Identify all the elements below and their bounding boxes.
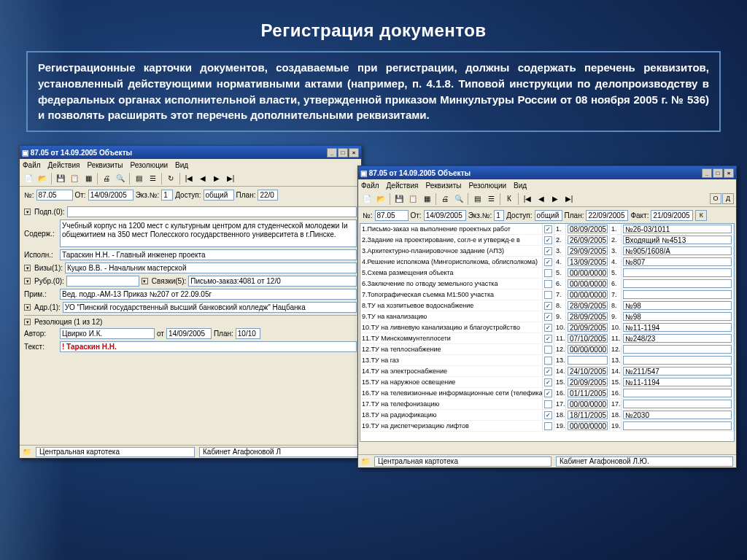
expand-icon[interactable]: ▾ [24, 209, 31, 215]
num-field[interactable]: 87.05 [36, 190, 73, 201]
item-check[interactable] [543, 355, 554, 365]
copy-icon[interactable]: 📋 [68, 172, 81, 185]
item-check[interactable]: ✓ [543, 235, 554, 245]
next-icon[interactable]: ▶ [549, 192, 562, 206]
copy-field[interactable]: 1 [494, 210, 504, 221]
last-icon[interactable]: ▶| [562, 192, 576, 206]
item-ref[interactable]: №211/547 [622, 366, 734, 376]
tree-icon[interactable]: ☰ [146, 172, 159, 185]
item-date[interactable]: 18/11/2005 [566, 410, 610, 420]
expand-icon[interactable]: ▾ [142, 278, 148, 284]
author-field[interactable]: Цвирко И.К. [60, 328, 155, 339]
minimize-button[interactable]: _ [327, 148, 337, 158]
item-check[interactable]: ✓ [543, 333, 554, 343]
refresh-icon[interactable]: К [503, 192, 516, 206]
list-item[interactable]: 11.ТУ Минскоммунтеплосети✓11.07/10/20051… [360, 333, 734, 344]
item-date[interactable]: 07/10/2005 [566, 333, 610, 343]
list-item[interactable]: 1.Письмо-заказ на выполнение проектных р… [360, 224, 734, 235]
item-ref[interactable] [622, 421, 734, 431]
sign-field[interactable] [67, 206, 357, 217]
list-item[interactable]: 18.ТУ на радиофикацию✓18.18/11/200518.№2… [360, 410, 734, 421]
item-date[interactable]: 00/00/0000 [566, 289, 610, 300]
list-item[interactable]: 8.ТУ на хозпитьевое водоснабжение✓8.28/0… [360, 300, 734, 311]
access-field[interactable]: общий [204, 190, 234, 201]
exec-field[interactable]: Тараскин Н.Н. - Главный инженер проекта [60, 249, 357, 260]
item-ref[interactable]: №807 [622, 257, 734, 267]
item-check[interactable]: ✓ [543, 377, 554, 387]
item-date[interactable] [566, 355, 610, 365]
menu-resolutions[interactable]: Резолюции [130, 161, 168, 169]
copy-icon[interactable]: 📋 [406, 192, 419, 206]
list-item[interactable]: 10.ТУ на ливневую канализацию и благоуст… [360, 322, 734, 333]
item-date[interactable]: 01/11/2005 [566, 388, 610, 398]
item-ref[interactable] [622, 399, 734, 409]
list-item[interactable]: 4.Решение исполкома (Мингорисполкома, об… [360, 257, 734, 268]
d-button[interactable]: Д [722, 193, 734, 204]
menu-actions[interactable]: Действия [387, 182, 419, 190]
item-date[interactable]: 00/00/0000 [566, 344, 610, 354]
new-icon[interactable]: 📄 [360, 192, 374, 206]
list-item[interactable]: 5.Схема размещения объекта5.00/00/00005. [360, 268, 734, 279]
item-date[interactable]: 13/09/2005 [566, 257, 610, 267]
menu-actions[interactable]: Действия [48, 161, 80, 169]
tree-icon[interactable]: ☰ [484, 192, 498, 206]
item-check[interactable]: ✓ [543, 257, 554, 267]
item-ref[interactable] [622, 289, 734, 300]
item-check[interactable]: ✓ [543, 311, 554, 322]
item-ref[interactable]: №248/23 [622, 333, 734, 343]
list-icon[interactable]: ▤ [132, 172, 145, 185]
item-check[interactable]: ✓ [543, 366, 554, 376]
addr-field[interactable]: УО "Пинский государственный высший банко… [63, 302, 357, 313]
access-field[interactable]: общий [535, 210, 562, 221]
item-check[interactable]: ✓ [543, 322, 554, 332]
list-item[interactable]: 3.Архитектурно-планировочное задание (АП… [360, 246, 734, 257]
card-icon[interactable]: ▦ [420, 192, 433, 206]
minimize-button[interactable]: _ [702, 168, 712, 178]
fact-field[interactable]: 21/09/2005 [651, 210, 693, 221]
item-date[interactable]: 08/09/2005 [566, 224, 610, 234]
maximize-button[interactable]: □ [338, 148, 348, 158]
close-button[interactable]: × [724, 168, 734, 178]
item-ref[interactable] [622, 388, 734, 398]
item-date[interactable]: 20/09/2005 [566, 322, 610, 332]
k-button[interactable]: К [695, 210, 707, 221]
last-icon[interactable]: ▶| [224, 172, 237, 185]
titlebar[interactable]: ▣ 87.05 от 14.09.2005 Объекты _ □ × [20, 146, 361, 159]
item-check[interactable]: ✓ [543, 388, 554, 398]
item-date[interactable]: 24/10/2005 [566, 366, 610, 376]
first-icon[interactable]: |◀ [521, 192, 534, 206]
list-item[interactable]: 19.ТУ на диспетчеризацию лифтов19.00/00/… [360, 421, 734, 432]
item-ref[interactable]: №11-1194 [622, 322, 734, 332]
rubr-field[interactable] [66, 276, 139, 287]
item-date[interactable]: 00/00/0000 [566, 279, 610, 289]
content-field[interactable]: Учебный корпус на 1200 мест с культурным… [60, 219, 357, 247]
item-ref[interactable] [622, 279, 734, 289]
next-icon[interactable]: ▶ [210, 172, 223, 185]
date-field[interactable]: 14/09/2005 [88, 190, 133, 201]
menu-requisites[interactable]: Реквизиты [425, 182, 461, 190]
item-check[interactable] [543, 421, 554, 431]
list-item[interactable]: 6.Заключение по отводу земельного участк… [360, 279, 734, 289]
prim-field[interactable]: Вед. подр.-АМ-13 Приказ №207 от 22.09.05… [60, 289, 357, 300]
menu-view[interactable]: Вид [175, 161, 188, 169]
item-date[interactable]: 29/09/2005 [566, 246, 610, 256]
text-field[interactable]: ! Тараскин Н.Н. [60, 341, 357, 352]
preview-icon[interactable]: 🔍 [452, 192, 465, 206]
item-ref[interactable]: №26-03/1011 [622, 224, 734, 234]
new-icon[interactable]: 📄 [22, 172, 35, 185]
list-item[interactable]: 16.ТУ на телевизионные информационные се… [360, 388, 734, 399]
item-date[interactable]: 00/00/0000 [566, 421, 610, 431]
card-icon[interactable]: ▦ [82, 172, 95, 185]
item-check[interactable] [543, 279, 554, 289]
item-check[interactable] [543, 344, 554, 354]
item-date[interactable]: 28/09/2005 [566, 300, 610, 311]
item-check[interactable] [543, 289, 554, 300]
first-icon[interactable]: |◀ [182, 172, 196, 185]
item-ref[interactable]: №98 [622, 300, 734, 311]
open-icon[interactable]: 📂 [374, 192, 387, 206]
list-item[interactable]: 12.ТУ на теплоснабжение12.00/00/000012. [360, 344, 734, 355]
item-ref[interactable] [622, 268, 734, 278]
list-icon[interactable]: ▤ [471, 192, 484, 206]
item-check[interactable] [543, 268, 554, 278]
item-check[interactable]: ✓ [543, 410, 554, 420]
